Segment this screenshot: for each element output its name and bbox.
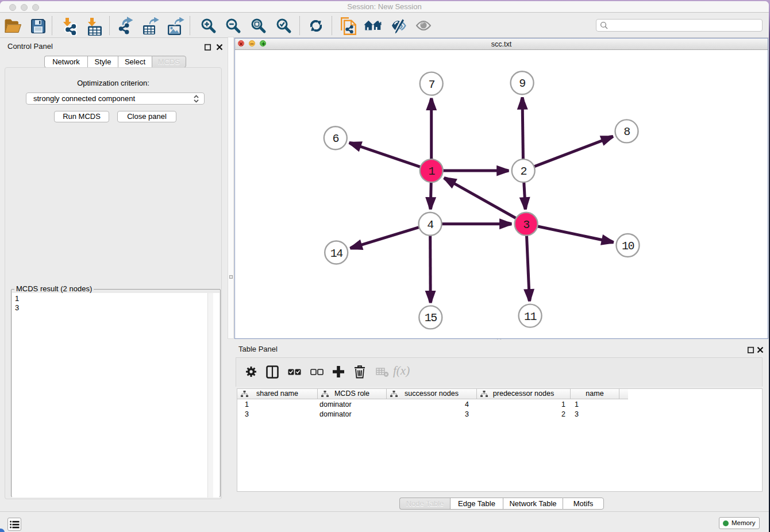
svg-text:1: 1 (428, 165, 435, 178)
svg-text:3: 3 (523, 218, 529, 232)
svg-text:10: 10 (622, 240, 634, 253)
svg-text:9: 9 (519, 77, 525, 90)
svg-text:14: 14 (330, 247, 343, 260)
svg-text:2: 2 (520, 165, 526, 178)
svg-text:6: 6 (333, 132, 339, 145)
svg-text:7: 7 (428, 78, 434, 91)
svg-text:4: 4 (427, 218, 433, 232)
svg-text:8: 8 (623, 125, 630, 138)
svg-text:15: 15 (425, 311, 437, 325)
svg-text:11: 11 (524, 310, 537, 323)
